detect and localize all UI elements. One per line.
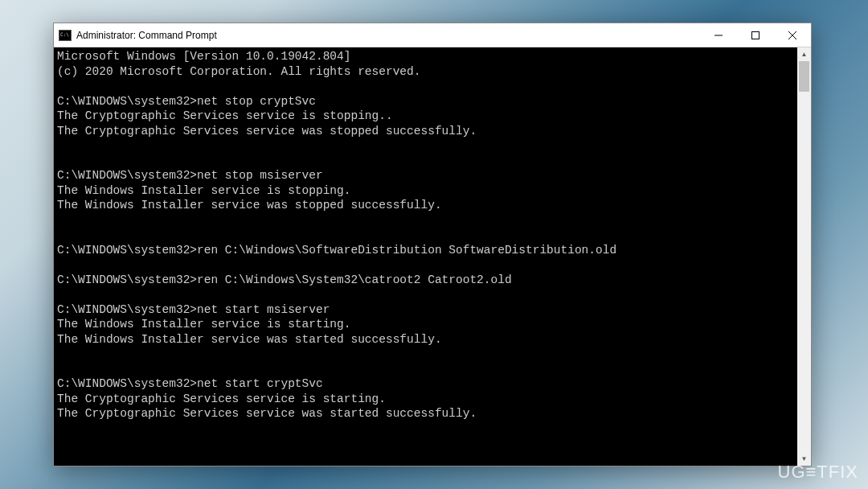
close-icon — [788, 31, 796, 39]
titlebar[interactable]: Administrator: Command Prompt — [54, 23, 811, 47]
maximize-icon — [751, 31, 760, 39]
cmd-icon — [59, 30, 72, 41]
svg-rect-1 — [752, 31, 760, 39]
watermark: UG≡TFIX — [778, 462, 859, 483]
console-area[interactable]: Microsoft Windows [Version 10.0.19042.80… — [54, 47, 811, 466]
close-button[interactable] — [774, 23, 811, 47]
minimize-button[interactable] — [700, 23, 737, 47]
scroll-thumb[interactable] — [799, 61, 809, 92]
console-output: Microsoft Windows [Version 10.0.19042.80… — [54, 47, 797, 466]
maximize-button[interactable] — [737, 23, 774, 47]
scroll-track[interactable] — [797, 61, 811, 452]
window-title: Administrator: Command Prompt — [76, 30, 700, 41]
minimize-icon — [714, 31, 723, 39]
scrollbar[interactable]: ▲ ▼ — [797, 47, 811, 466]
window-controls — [700, 23, 811, 47]
scroll-up-button[interactable]: ▲ — [797, 47, 811, 61]
cmd-window: Administrator: Command Prompt Microsoft … — [53, 23, 812, 466]
